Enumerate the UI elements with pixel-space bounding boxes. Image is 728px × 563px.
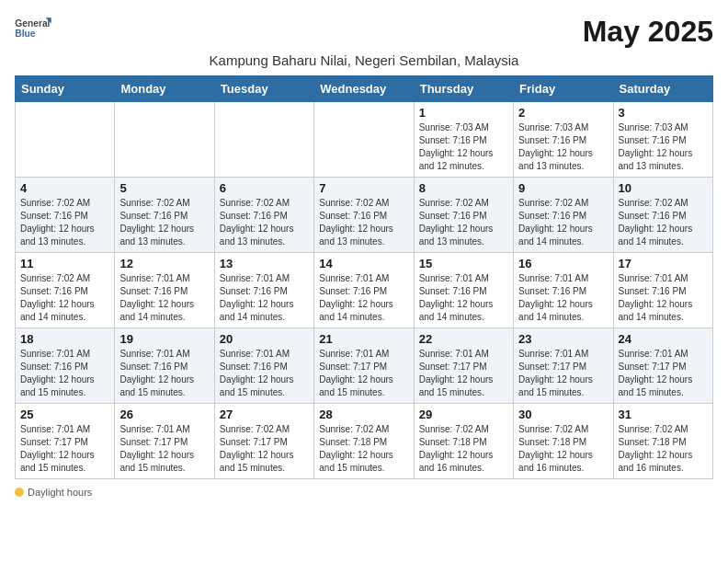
day-number: 24: [619, 332, 708, 346]
calendar-cell: 5Sunrise: 7:02 AM Sunset: 7:16 PM Daylig…: [115, 178, 214, 253]
day-info: Sunrise: 7:01 AM Sunset: 7:17 PM Dayligh…: [20, 423, 109, 475]
day-info: Sunrise: 7:02 AM Sunset: 7:18 PM Dayligh…: [518, 423, 608, 475]
calendar-cell: 1Sunrise: 7:03 AM Sunset: 7:16 PM Daylig…: [414, 102, 513, 178]
day-info: Sunrise: 7:01 AM Sunset: 7:16 PM Dayligh…: [419, 272, 508, 324]
calendar-cell: 25Sunrise: 7:01 AM Sunset: 7:17 PM Dayli…: [16, 404, 115, 479]
day-info: Sunrise: 7:02 AM Sunset: 7:16 PM Dayligh…: [119, 197, 209, 248]
calendar-cell: 6Sunrise: 7:02 AM Sunset: 7:16 PM Daylig…: [214, 178, 313, 253]
day-number: 12: [119, 257, 209, 270]
day-info: Sunrise: 7:01 AM Sunset: 7:16 PM Dayligh…: [119, 348, 209, 399]
day-number: 11: [20, 257, 109, 270]
day-number: 10: [619, 181, 708, 195]
day-header-sunday: Sunday: [16, 76, 115, 102]
day-info: Sunrise: 7:02 AM Sunset: 7:16 PM Dayligh…: [518, 197, 608, 248]
day-number: 9: [518, 181, 608, 195]
day-number: 8: [419, 181, 508, 195]
calendar-cell: 17Sunrise: 7:01 AM Sunset: 7:16 PM Dayli…: [613, 253, 712, 328]
calendar-cell: 12Sunrise: 7:01 AM Sunset: 7:16 PM Dayli…: [115, 253, 214, 328]
calendar-cell: 10Sunrise: 7:02 AM Sunset: 7:16 PM Dayli…: [613, 178, 712, 253]
calendar-cell: 29Sunrise: 7:02 AM Sunset: 7:18 PM Dayli…: [414, 404, 513, 479]
day-info: Sunrise: 7:01 AM Sunset: 7:16 PM Dayligh…: [220, 348, 309, 399]
day-info: Sunrise: 7:01 AM Sunset: 7:16 PM Dayligh…: [220, 272, 309, 324]
calendar-cell: 11Sunrise: 7:02 AM Sunset: 7:16 PM Dayli…: [16, 253, 115, 328]
calendar-cell: 4Sunrise: 7:02 AM Sunset: 7:16 PM Daylig…: [16, 178, 115, 253]
subtitle: Kampung Baharu Nilai, Negeri Sembilan, M…: [15, 52, 713, 68]
calendar-cell: 18Sunrise: 7:01 AM Sunset: 7:16 PM Dayli…: [16, 328, 115, 404]
calendar-cell: 9Sunrise: 7:02 AM Sunset: 7:16 PM Daylig…: [514, 178, 613, 253]
calendar-cell: 2Sunrise: 7:03 AM Sunset: 7:16 PM Daylig…: [514, 102, 613, 178]
calendar-cell: 22Sunrise: 7:01 AM Sunset: 7:17 PM Dayli…: [414, 328, 513, 404]
day-info: Sunrise: 7:03 AM Sunset: 7:16 PM Dayligh…: [518, 121, 608, 173]
day-info: Sunrise: 7:01 AM Sunset: 7:16 PM Dayligh…: [119, 272, 209, 324]
calendar-cell: 20Sunrise: 7:01 AM Sunset: 7:16 PM Dayli…: [214, 328, 313, 404]
day-info: Sunrise: 7:01 AM Sunset: 7:16 PM Dayligh…: [319, 272, 408, 324]
day-info: Sunrise: 7:02 AM Sunset: 7:16 PM Dayligh…: [619, 197, 708, 248]
day-number: 4: [20, 181, 109, 195]
day-number: 1: [419, 106, 508, 120]
day-number: 16: [518, 257, 608, 270]
day-number: 14: [319, 257, 408, 270]
calendar-cell: [314, 102, 414, 178]
day-info: Sunrise: 7:02 AM Sunset: 7:16 PM Dayligh…: [319, 197, 408, 248]
footer: Daylight hours: [15, 487, 713, 498]
day-info: Sunrise: 7:01 AM Sunset: 7:17 PM Dayligh…: [619, 348, 708, 399]
day-number: 31: [619, 408, 708, 421]
calendar-cell: [16, 102, 115, 178]
day-info: Sunrise: 7:01 AM Sunset: 7:17 PM Dayligh…: [419, 348, 508, 399]
calendar-cell: 31Sunrise: 7:02 AM Sunset: 7:18 PM Dayli…: [613, 404, 712, 479]
calendar-cell: 21Sunrise: 7:01 AM Sunset: 7:17 PM Dayli…: [314, 328, 414, 404]
day-number: 27: [220, 408, 309, 421]
day-number: 22: [419, 332, 508, 346]
calendar-cell: 24Sunrise: 7:01 AM Sunset: 7:17 PM Dayli…: [613, 328, 712, 404]
calendar-cell: 26Sunrise: 7:01 AM Sunset: 7:17 PM Dayli…: [115, 404, 214, 479]
logo-icon: General Blue: [15, 15, 51, 42]
day-number: 23: [518, 332, 608, 346]
day-number: 7: [319, 181, 408, 195]
day-info: Sunrise: 7:03 AM Sunset: 7:16 PM Dayligh…: [619, 121, 708, 173]
day-info: Sunrise: 7:01 AM Sunset: 7:17 PM Dayligh…: [319, 348, 408, 399]
calendar-cell: 13Sunrise: 7:01 AM Sunset: 7:16 PM Dayli…: [214, 253, 313, 328]
day-info: Sunrise: 7:02 AM Sunset: 7:18 PM Dayligh…: [619, 423, 708, 475]
day-number: 20: [220, 332, 309, 346]
day-info: Sunrise: 7:01 AM Sunset: 7:16 PM Dayligh…: [619, 272, 708, 324]
day-number: 28: [319, 408, 408, 421]
svg-text:Blue: Blue: [15, 29, 36, 39]
calendar-cell: [115, 102, 214, 178]
calendar-cell: 3Sunrise: 7:03 AM Sunset: 7:16 PM Daylig…: [613, 102, 712, 178]
day-number: 6: [220, 181, 309, 195]
day-info: Sunrise: 7:01 AM Sunset: 7:17 PM Dayligh…: [119, 423, 209, 475]
day-number: 3: [619, 106, 708, 120]
day-number: 26: [119, 408, 209, 421]
calendar-cell: 28Sunrise: 7:02 AM Sunset: 7:18 PM Dayli…: [314, 404, 414, 479]
day-number: 17: [619, 257, 708, 270]
day-info: Sunrise: 7:03 AM Sunset: 7:16 PM Dayligh…: [419, 121, 508, 173]
day-info: Sunrise: 7:02 AM Sunset: 7:18 PM Dayligh…: [419, 423, 508, 475]
day-info: Sunrise: 7:01 AM Sunset: 7:16 PM Dayligh…: [20, 348, 109, 399]
calendar-cell: 27Sunrise: 7:02 AM Sunset: 7:17 PM Dayli…: [214, 404, 313, 479]
calendar-cell: 30Sunrise: 7:02 AM Sunset: 7:18 PM Dayli…: [514, 404, 613, 479]
day-number: 15: [419, 257, 508, 270]
calendar-cell: 14Sunrise: 7:01 AM Sunset: 7:16 PM Dayli…: [314, 253, 414, 328]
calendar-cell: 23Sunrise: 7:01 AM Sunset: 7:17 PM Dayli…: [514, 328, 613, 404]
day-header-thursday: Thursday: [414, 76, 513, 102]
calendar-cell: 8Sunrise: 7:02 AM Sunset: 7:16 PM Daylig…: [414, 178, 513, 253]
day-header-tuesday: Tuesday: [214, 76, 313, 102]
day-info: Sunrise: 7:02 AM Sunset: 7:16 PM Dayligh…: [220, 197, 309, 248]
day-header-monday: Monday: [115, 76, 214, 102]
day-number: 2: [518, 106, 608, 120]
day-info: Sunrise: 7:02 AM Sunset: 7:16 PM Dayligh…: [20, 272, 109, 324]
day-number: 5: [119, 181, 209, 195]
calendar-cell: 16Sunrise: 7:01 AM Sunset: 7:16 PM Dayli…: [514, 253, 613, 328]
day-info: Sunrise: 7:02 AM Sunset: 7:17 PM Dayligh…: [220, 423, 309, 475]
calendar-cell: 7Sunrise: 7:02 AM Sunset: 7:16 PM Daylig…: [314, 178, 414, 253]
day-header-friday: Friday: [514, 76, 613, 102]
day-header-wednesday: Wednesday: [314, 76, 414, 102]
day-info: Sunrise: 7:01 AM Sunset: 7:17 PM Dayligh…: [518, 348, 608, 399]
daylight-icon: [15, 488, 24, 497]
day-info: Sunrise: 7:02 AM Sunset: 7:16 PM Dayligh…: [419, 197, 508, 248]
logo: General Blue: [15, 15, 51, 42]
month-title: May 2025: [583, 15, 713, 49]
day-number: 18: [20, 332, 109, 346]
day-number: 29: [419, 408, 508, 421]
daylight-label: Daylight hours: [28, 487, 92, 498]
